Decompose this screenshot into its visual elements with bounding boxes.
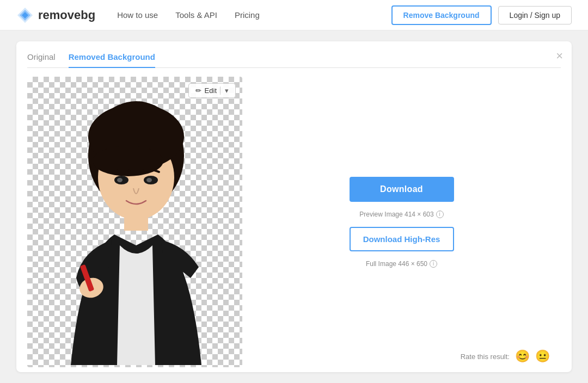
removed-bg-image — [27, 77, 242, 365]
full-info-text: Full Image 446 × 650 — [366, 260, 427, 268]
logo-icon — [16, 7, 34, 24]
edit-button[interactable]: ✏ Edit ▾ — [188, 83, 236, 98]
right-panel: Download Preview Image 414 × 603 i Downl… — [242, 77, 561, 367]
download-button[interactable]: Download — [350, 177, 454, 202]
header: removebg How to use Tools & API Pricing … — [0, 0, 588, 30]
logo-text: removebg — [38, 8, 95, 22]
svg-rect-7 — [124, 212, 148, 231]
svg-point-13 — [146, 178, 152, 182]
preview-info-icon[interactable]: i — [436, 211, 444, 218]
close-button[interactable]: × — [556, 50, 563, 62]
full-image-info: Full Image 446 × 650 i — [366, 260, 437, 268]
rate-thumbs-up[interactable]: 😊 — [515, 349, 530, 363]
rate-label: Rate this result: — [461, 353, 510, 361]
svg-point-6 — [93, 146, 163, 176]
login-signup-button[interactable]: Login / Sign up — [498, 6, 572, 24]
tabs: Original Removed Background — [27, 52, 561, 68]
image-panel: ✏ Edit ▾ — [27, 77, 242, 367]
preview-info: Preview Image 414 × 603 i — [359, 211, 443, 218]
header-actions: Remove Background Login / Sign up — [391, 5, 572, 25]
content-area: ✏ Edit ▾ — [27, 77, 561, 367]
logo: removebg — [16, 7, 95, 24]
remove-background-button[interactable]: Remove Background — [391, 5, 492, 25]
rate-thumbs-down[interactable]: 😐 — [535, 349, 550, 363]
edit-label: Edit — [205, 87, 217, 95]
dropdown-arrow-icon[interactable]: ▾ — [220, 87, 229, 95]
nav-pricing[interactable]: Pricing — [235, 10, 260, 20]
main-content: Original Removed Background × ✏ Edit ▾ — [0, 30, 588, 383]
svg-point-12 — [117, 178, 122, 182]
preview-info-text: Preview Image 414 × 603 — [359, 211, 433, 218]
result-card: Original Removed Background × ✏ Edit ▾ — [16, 41, 572, 372]
tab-removed-background[interactable]: Removed Background — [69, 52, 155, 68]
full-info-icon[interactable]: i — [430, 260, 437, 268]
rate-section: Rate this result: 😊 😐 — [461, 349, 550, 363]
download-high-res-button[interactable]: Download High-Res — [350, 227, 454, 251]
main-nav: How to use Tools & API Pricing — [117, 10, 391, 20]
tab-original[interactable]: Original — [27, 52, 56, 68]
edit-icon: ✏ — [195, 87, 201, 95]
nav-how-to-use[interactable]: How to use — [117, 10, 158, 20]
nav-tools-api[interactable]: Tools & API — [175, 10, 217, 20]
